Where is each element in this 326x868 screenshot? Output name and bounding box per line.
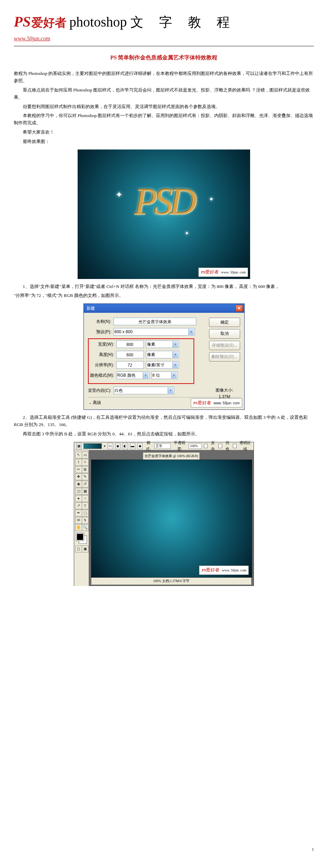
step-2b: 再双击图 3 中所示的 B 处，设置 RGB 分别为 0、44、61，然后点击确… [14,431,314,438]
transparency-checkbox[interactable] [233,444,237,448]
heal-tool-icon[interactable]: ✚ [75,473,82,480]
chevron-down-icon: ⌄ [89,400,91,406]
reverse-checkbox[interactable] [204,444,208,448]
resolution-unit-select[interactable]: 像素/英寸 ▾ [146,361,179,369]
ok-button[interactable]: 确定 [209,318,240,327]
width-unit-value: 像素 [147,341,155,348]
opacity-input[interactable]: 100% [189,443,202,449]
header-url-link[interactable]: www.50jun.com [14,34,50,43]
logo-photoshop: photoshop [69,11,127,33]
advanced-label: 高级 [93,399,101,406]
color-bits-select[interactable]: 8 位 ▾ [151,372,178,379]
badge-ps: PS [201,270,205,274]
hand-tool-icon[interactable]: ✋ [75,524,82,531]
linear-gradient-icon[interactable]: ▭ [108,443,113,449]
quickmask-icon[interactable]: ◻ [75,546,82,552]
header-divider [14,46,314,46]
figure-2-new-dialog: 新建 ✕ 确定 取消 存储预设(S)... 删除预设(D)... 图像大小: 1… [83,303,245,410]
eyedropper-tool-icon[interactable]: ↯ [82,517,89,524]
height-label: 高度(H): [90,351,114,358]
path-tool-icon[interactable]: ↗ [75,502,82,509]
dialog-titlebar: 新建 ✕ [84,304,244,313]
color-mode-label: 颜色模式(M): [90,372,114,379]
stamp-tool-icon[interactable]: ◉ [75,481,82,488]
blend-mode-select[interactable]: 正常 [154,443,171,449]
radial-gradient-icon[interactable]: ◉ [115,443,120,449]
chevron-down-icon[interactable]: ▾ [104,444,106,449]
badge-url: www. 50jun. com [214,401,240,405]
blend-mode-value: 正常 [156,443,162,449]
badge-ps: PS [201,568,206,572]
reflected-gradient-icon[interactable]: ▬ [130,443,135,449]
status-bar: 100% 文档:1.37M/0 字节 [91,578,251,585]
paragraph-3: 但要想利用图层样式制作出精彩的效果，在于灵活应用、灵活调节图层样式里面的各个参数… [14,103,314,110]
dither-checkbox[interactable] [218,444,222,448]
dodge-tool-icon[interactable]: ○ [82,495,89,502]
bg-content-value: 白色 [115,387,123,394]
figure-1-text: PSD [134,171,194,232]
paragraph-6: 最终效果图： [14,138,314,145]
diamond-gradient-icon[interactable]: ◆ [137,443,142,449]
badge-text: 爱好者 [205,269,219,274]
shape-tool-icon[interactable]: ▢ [82,510,89,517]
type-tool-icon[interactable]: T [82,502,89,509]
height-unit-select[interactable]: 像素 ▾ [146,351,179,358]
cancel-button[interactable]: 取消 [209,329,240,338]
color-bits-value: 8 位 [152,372,160,379]
gradient-tool-icon[interactable]: ▦ [82,488,89,495]
gradient-tool-icon[interactable]: ▦ [76,443,81,449]
figure-1-final-effect: ✦ ✦ ✦ PSD PS爱好者 www. 50jun. com [78,150,250,279]
height-input[interactable]: 600 [116,351,144,358]
bg-content-select[interactable]: 白色 ▾ [113,387,174,394]
wand-tool-icon[interactable]: ✧ [82,459,89,466]
save-preset-button[interactable]: 存储预设(S)... [209,341,240,350]
bg-content-label: 背景内容(C): [87,387,111,394]
page-number: 1 [312,846,314,853]
preset-label: 预设(P): [87,329,111,335]
notes-tool-icon[interactable]: ✉ [75,517,82,524]
step-2a: 2、选择工具箱渐变工具 (快捷键 G)，在工具选项栏中设置为径向渐变，然后点按可… [14,414,314,428]
close-button[interactable]: ✕ [235,305,243,312]
canvas-area[interactable] [91,460,252,578]
chevron-down-icon: ▾ [172,351,178,358]
preset-value: 800 x 600 [115,329,133,335]
chevron-down-icon: ▾ [171,372,177,378]
move-tool-icon[interactable]: ↖ [75,452,82,459]
zoom-tool-icon[interactable]: 🔍 [82,524,89,531]
foreground-color-swatch[interactable] [76,533,84,541]
marquee-tool-icon[interactable]: ▭ [82,452,89,459]
resolution-label: 分辨率(R): [90,362,114,368]
chevron-down-icon: ▾ [172,362,178,368]
badge-url: www. 50jun. com [221,270,246,274]
preset-select[interactable]: 800 x 600 ▾ [113,328,195,336]
angle-gradient-icon[interactable]: ◐ [122,443,128,449]
dialog-title: 新建 [87,305,95,312]
pen-tool-icon[interactable]: ✒ [75,510,82,517]
watermark-badge: PS爱好者 www. 50jun. com [198,268,248,277]
color-mode-select[interactable]: RGB 颜色 ▾ [116,372,149,379]
delete-preset-button[interactable]: 删除预设(D)... [209,352,240,361]
color-swatches[interactable] [76,533,87,543]
name-input[interactable]: 光芒金质字体效果 [113,318,196,325]
slice-tool-icon[interactable]: ⊞ [82,466,89,473]
brush-tool-icon[interactable]: ✎ [82,473,89,480]
paragraph-2: 重点难点就在于如何应用 Photoshop 图层样式，也许学习完后会问，图层样式… [14,87,314,101]
width-unit-select[interactable]: 像素 ▾ [146,340,179,348]
resolution-input[interactable]: 72 [116,361,144,369]
step-1b: "分辨率"为 72，"模式"为 RGB 颜色的文档，如图所示。 [14,292,314,299]
paragraph-5: 希望大家喜欢！ [14,129,314,136]
lasso-tool-icon[interactable]: ⌇ [75,459,82,466]
badge-text: 爱好者 [198,400,211,405]
eraser-tool-icon[interactable]: ◫ [75,488,82,495]
crop-tool-icon[interactable]: ✂ [75,466,82,473]
gradient-preview[interactable] [83,443,102,449]
history-brush-icon[interactable]: ↺ [82,481,89,488]
width-input[interactable]: 800 [116,340,144,348]
chevron-down-icon: ▾ [168,387,173,394]
badge-text: 爱好者 [206,567,219,572]
name-label: 名称(N): [87,318,111,325]
logo-tutorial: 文 字 教 程 [130,12,236,33]
screenmode-icon[interactable]: ▣ [82,546,89,552]
blur-tool-icon[interactable]: ● [75,495,82,502]
figure-3-workspace: ▦ ▾ ▭ ◉ ◐ ▬ ◆ 模式: 正常 不透明度: 100% 反向 仿色 [74,442,254,586]
